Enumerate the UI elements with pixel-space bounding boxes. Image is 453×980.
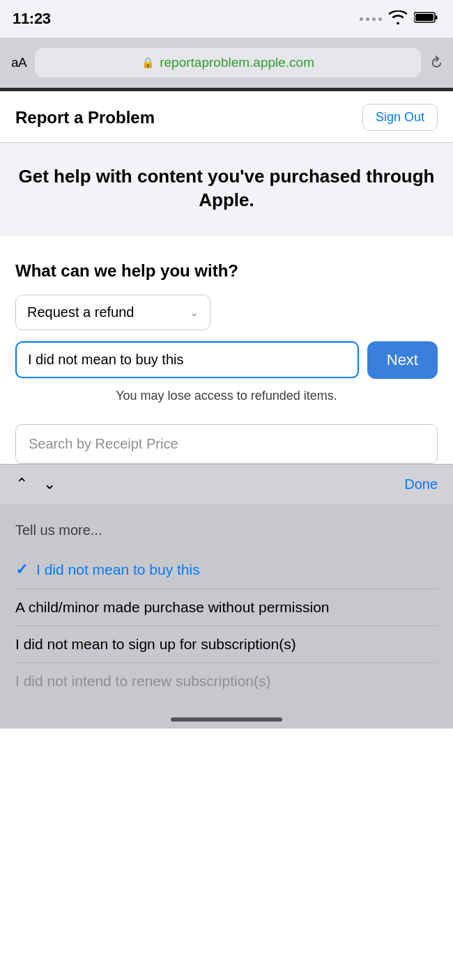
keyboard-toolbar: ⌃ ⌄ Done xyxy=(0,464,453,504)
svg-rect-1 xyxy=(436,15,438,20)
picker-overlay: Tell us more... ✓ I did not mean to buy … xyxy=(0,504,453,710)
checkmark-icon: ✓ xyxy=(15,561,28,579)
status-time: 11:23 xyxy=(13,10,51,28)
picker-item-1[interactable]: A child/minor made purchase without perm… xyxy=(15,589,438,625)
home-bar xyxy=(171,717,282,722)
picker-item-0[interactable]: ✓ I did not mean to buy this xyxy=(15,551,438,589)
picker-item-label-2: I did not mean to sign up for subscripti… xyxy=(15,636,296,653)
warning-text: You may lose access to refunded items. xyxy=(15,389,438,403)
hero-text: Get help with content you've purchased t… xyxy=(15,165,438,212)
signal-dots-icon xyxy=(360,17,382,21)
url-text: reportaproblem.apple.com xyxy=(160,55,314,70)
reason-input[interactable] xyxy=(15,341,359,378)
wifi-icon xyxy=(389,10,407,27)
done-button[interactable]: Done xyxy=(404,476,438,492)
chevron-down-icon: ⌄ xyxy=(190,306,199,319)
refresh-icon[interactable]: ↻ xyxy=(424,52,446,73)
picker-item-label-0: I did not mean to buy this xyxy=(36,561,200,578)
main-content: What can we help you with? Request a ref… xyxy=(0,236,453,464)
picker-item-label-1: A child/minor made purchase without perm… xyxy=(15,599,330,616)
status-icons xyxy=(360,10,438,27)
search-placeholder: Search by Receipt Price xyxy=(29,436,178,451)
site-header: Report a Problem Sign Out xyxy=(0,91,453,143)
search-container[interactable]: Search by Receipt Price xyxy=(15,424,438,464)
home-indicator xyxy=(0,710,453,729)
form-heading: What can we help you with? xyxy=(15,261,438,281)
picker-heading: Tell us more... xyxy=(15,522,438,538)
input-row: Next xyxy=(15,341,438,379)
arrow-down-icon[interactable]: ⌄ xyxy=(43,475,56,493)
nav-arrows: ⌃ ⌄ xyxy=(15,475,56,493)
picker-item-3[interactable]: I did not intend to renew subscription(s… xyxy=(15,663,438,699)
dropdown-selected-label: Request a refund xyxy=(27,304,134,320)
help-type-dropdown[interactable]: Request a refund ⌄ xyxy=(15,295,210,330)
aa-label[interactable]: aA xyxy=(11,55,26,70)
status-bar: 11:23 xyxy=(0,0,453,38)
svg-rect-2 xyxy=(415,14,433,21)
next-button[interactable]: Next xyxy=(367,341,438,379)
arrow-up-icon[interactable]: ⌃ xyxy=(15,475,28,493)
site-title: Report a Problem xyxy=(15,108,155,127)
picker-item-label-3: I did not intend to renew subscription(s… xyxy=(15,673,271,690)
picker-item-2[interactable]: I did not mean to sign up for subscripti… xyxy=(15,626,438,662)
browser-bar: aA 🔒 reportaproblem.apple.com ↻ xyxy=(0,38,453,88)
url-bar[interactable]: 🔒 reportaproblem.apple.com xyxy=(35,48,421,77)
hero-section: Get help with content you've purchased t… xyxy=(0,143,453,236)
sign-out-button[interactable]: Sign Out xyxy=(362,104,438,131)
battery-icon xyxy=(414,11,438,26)
lock-icon: 🔒 xyxy=(141,56,155,69)
